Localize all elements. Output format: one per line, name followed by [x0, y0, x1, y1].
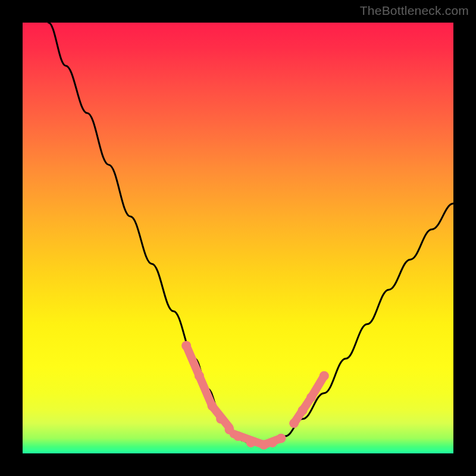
highlight-dot [195, 371, 204, 381]
highlight-dot [181, 341, 191, 350]
chart-frame: TheBottleneck.com [0, 0, 476, 476]
highlight-dot [246, 438, 256, 447]
highlight-dot [233, 431, 243, 441]
highlight-dot [268, 438, 277, 447]
watermark-text: TheBottleneck.com [360, 4, 469, 18]
highlight-dot [320, 371, 329, 381]
highlight-dot [276, 434, 286, 443]
main-curve [48, 23, 453, 445]
curve-svg [23, 23, 453, 453]
highlight-dot [306, 393, 316, 402]
plot-area [23, 23, 453, 453]
highlight-dot [225, 425, 234, 434]
highlight-dot [216, 414, 226, 424]
highlight-dot [298, 406, 308, 415]
highlight-dot [259, 440, 268, 450]
highlight-segments [186, 346, 324, 445]
highlight-dot [289, 418, 299, 428]
highlight-dot [208, 401, 217, 411]
